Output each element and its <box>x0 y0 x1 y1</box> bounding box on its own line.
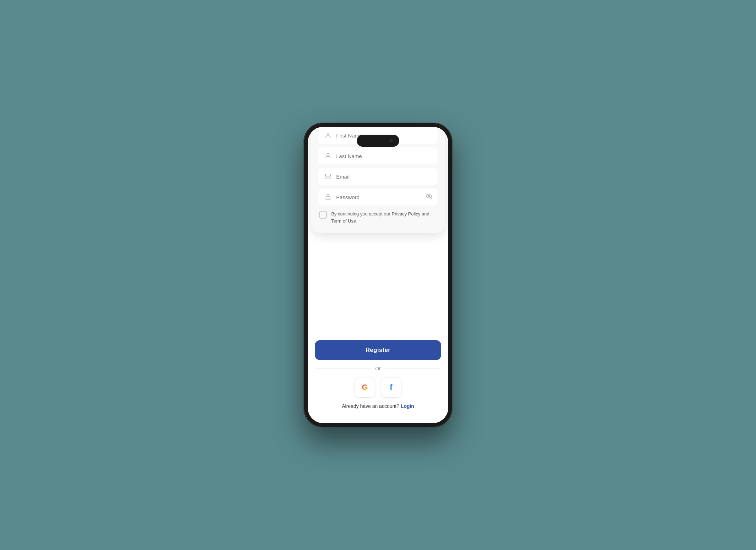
phone-mockup: By continuing you accept our Privacy Pol… <box>304 123 452 427</box>
phone-notch <box>357 135 399 147</box>
last-name-input[interactable] <box>336 153 432 159</box>
last-name-field <box>318 147 438 164</box>
phone-screen: By continuing you accept our Privacy Pol… <box>308 127 448 423</box>
facebook-login-button[interactable]: f <box>381 377 401 398</box>
or-divider: Or <box>315 366 441 371</box>
term-of-use-link[interactable]: Term of Use <box>331 218 356 224</box>
divider-line-left <box>315 369 371 369</box>
login-link[interactable]: Login <box>401 403 414 409</box>
svg-point-1 <box>327 153 329 156</box>
bottom-section: Register Or G f <box>308 340 448 423</box>
email-input[interactable] <box>336 174 432 180</box>
svg-rect-2 <box>325 174 331 179</box>
login-prompt-row: Already have an account? Login <box>342 403 414 409</box>
email-field <box>318 168 438 185</box>
svg-point-0 <box>327 133 329 135</box>
terms-checkbox[interactable] <box>319 211 327 219</box>
or-label: Or <box>375 366 381 371</box>
svg-rect-3 <box>326 197 330 200</box>
facebook-icon: f <box>390 383 392 392</box>
login-prompt-text: Already have an account? <box>342 403 401 409</box>
email-icon <box>324 173 332 180</box>
privacy-policy-link[interactable]: Privacy Policy <box>392 211 421 217</box>
password-field <box>318 189 438 206</box>
divider-line-right <box>385 369 441 369</box>
user-icon-2 <box>324 152 332 159</box>
user-icon <box>324 132 332 139</box>
toggle-password-icon[interactable] <box>426 193 433 201</box>
lock-icon <box>324 193 332 201</box>
google-icon: G <box>362 383 368 392</box>
social-login-row: G f <box>355 377 401 398</box>
terms-text: By continuing you accept our Privacy Pol… <box>331 211 429 224</box>
register-button[interactable]: Register <box>315 340 441 360</box>
google-login-button[interactable]: G <box>355 377 375 398</box>
phone-content: By continuing you accept our Privacy Pol… <box>308 127 448 423</box>
password-input[interactable] <box>336 194 432 200</box>
terms-row: By continuing you accept our Privacy Pol… <box>318 211 438 224</box>
